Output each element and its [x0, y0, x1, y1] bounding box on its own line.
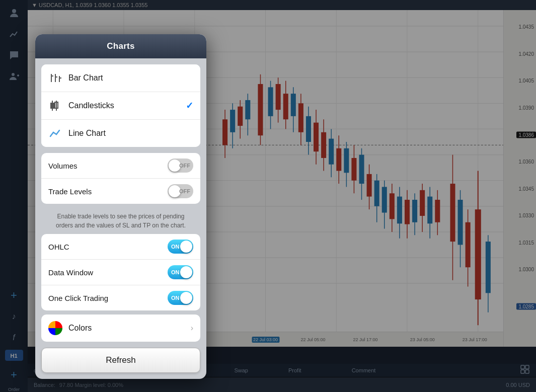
- trade-levels-toggle[interactable]: OFF: [168, 184, 193, 198]
- toggle-group-top: Volumes OFF Trade Levels OFF: [41, 153, 200, 204]
- toggle-group-bottom: OHLC ON Data Window ON One Click Trading…: [41, 234, 200, 310]
- volumes-label: Volumes: [48, 162, 168, 170]
- refresh-button[interactable]: Refresh: [41, 348, 200, 373]
- colors-label: Colors: [68, 324, 191, 333]
- line-chart-icon: [48, 126, 62, 140]
- one-click-trading-row: One Click Trading ON: [41, 285, 200, 310]
- selected-check: ✓: [186, 100, 193, 111]
- data-window-toggle-text: ON: [171, 269, 180, 275]
- charts-modal: Charts Bar Chart: [35, 34, 206, 379]
- ohlc-row: OHLC ON: [41, 234, 200, 260]
- bar-chart-label: Bar Chart: [68, 73, 193, 83]
- colors-icon: [48, 321, 62, 335]
- chart-option-candlesticks[interactable]: Candlesticks ✓: [41, 92, 200, 120]
- chart-option-line[interactable]: Line Chart: [41, 120, 200, 147]
- volumes-row: Volumes OFF: [41, 153, 200, 179]
- ohlc-label: OHLC: [48, 243, 168, 251]
- data-window-label: Data Window: [48, 268, 168, 277]
- candlesticks-icon: [48, 99, 62, 113]
- chevron-right-icon: ›: [191, 324, 193, 333]
- bar-chart-icon: [48, 71, 62, 85]
- data-window-toggle[interactable]: ON: [168, 265, 193, 279]
- modal-title: Charts: [43, 41, 198, 51]
- trade-levels-row: Trade Levels OFF: [41, 179, 200, 204]
- modal-title-bar: Charts: [35, 34, 206, 58]
- data-window-row: Data Window ON: [41, 260, 200, 285]
- colors-row[interactable]: Colors ›: [41, 315, 200, 342]
- toggle-knob: [180, 292, 192, 304]
- ohlc-toggle-text: ON: [171, 244, 180, 250]
- ohlc-toggle[interactable]: ON: [168, 240, 193, 254]
- modal-body: Bar Chart Candlesticks ✓: [35, 58, 206, 310]
- toggle-knob: [180, 241, 192, 253]
- svg-rect-100: [51, 103, 54, 108]
- one-click-trading-label: One Click Trading: [48, 294, 168, 302]
- line-chart-label: Line Chart: [68, 129, 193, 138]
- one-click-trading-toggle-text: ON: [171, 295, 180, 301]
- volumes-toggle[interactable]: OFF: [168, 159, 193, 173]
- info-text: Enable trade levels to see the prices of…: [41, 208, 200, 234]
- chart-type-group: Bar Chart Candlesticks ✓: [41, 64, 200, 147]
- trade-levels-label: Trade Levels: [48, 187, 168, 196]
- chart-option-bar[interactable]: Bar Chart: [41, 64, 200, 92]
- one-click-trading-toggle[interactable]: ON: [168, 291, 193, 305]
- toggle-knob: [180, 266, 192, 278]
- trade-levels-toggle-text: OFF: [179, 188, 190, 194]
- candlesticks-label: Candlesticks: [68, 101, 186, 110]
- volumes-toggle-text: OFF: [179, 163, 190, 169]
